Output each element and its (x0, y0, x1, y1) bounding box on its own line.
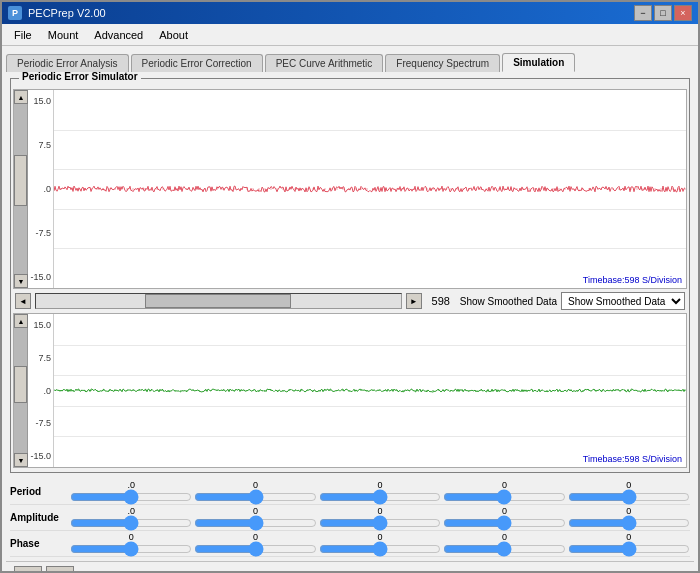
period-input-3[interactable] (443, 491, 565, 503)
y-label-bot-1: 7.5 (30, 353, 51, 363)
y-label-bot-2: .0 (30, 386, 51, 396)
maximize-button[interactable]: □ (654, 5, 672, 21)
vscroll-up-bottom[interactable]: ▲ (14, 314, 28, 328)
tab-fs[interactable]: Frequency Spectrum (385, 54, 500, 72)
y-label-bot-3: -7.5 (30, 418, 51, 428)
tab-pea[interactable]: Periodic Error Analysis (6, 54, 129, 72)
phase-input-1[interactable] (194, 543, 316, 555)
phase-input-3[interactable] (443, 543, 565, 555)
chart-top-vscroll[interactable]: ▲ ▼ (14, 90, 28, 288)
scroll-right-btn[interactable]: ► (406, 293, 422, 309)
phase-sliders: 0 0 0 0 0 (70, 532, 690, 555)
simulator-label: Periodic Error Simulator (19, 72, 141, 82)
amplitude-input-2[interactable] (319, 517, 441, 529)
phase-slider-3: 0 (443, 532, 565, 555)
scroll-value: 598 (426, 295, 456, 307)
scrollbar-thumb (145, 294, 291, 308)
phase-slider-0: 0 (70, 532, 192, 555)
amplitude-input-1[interactable] (194, 517, 316, 529)
y-label-top-0: 15.0 (30, 96, 51, 106)
phase-input-2[interactable] (319, 543, 441, 555)
chart-bottom-vscroll[interactable]: ▲ ▼ (14, 314, 28, 467)
save-button[interactable] (46, 566, 74, 571)
top-chart-canvas (54, 90, 686, 288)
y-axis-top: 15.0 7.5 .0 -7.5 -15.0 (28, 90, 54, 288)
phase-label: Phase (10, 538, 70, 549)
app-window: P PECPrep V2.00 − □ × File Mount Advance… (0, 0, 700, 573)
period-input-0[interactable] (70, 491, 192, 503)
amplitude-slider-1: 0 (194, 506, 316, 529)
scrollbar-track[interactable] (35, 293, 402, 309)
period-row: Period .0 0 0 0 (10, 479, 690, 505)
menu-bar: File Mount Advanced About (2, 24, 698, 46)
tab-pca[interactable]: PEC Curve Arithmetic (265, 54, 384, 72)
amplitude-slider-3: 0 (443, 506, 565, 529)
tab-simulation[interactable]: Simulation (502, 53, 575, 72)
title-bar: P PECPrep V2.00 − □ × (2, 2, 698, 24)
phase-row: Phase 0 0 0 0 (10, 531, 690, 557)
title-controls: − □ × (634, 5, 692, 21)
vscroll-up-top[interactable]: ▲ (14, 90, 28, 104)
chart-top: ▲ ▼ 15.0 7.5 .0 -7.5 -15.0 (13, 89, 687, 289)
timebase-top: Timebase:598 S/Division (583, 275, 682, 285)
amplitude-sliders: .0 0 0 0 0 (70, 506, 690, 529)
amplitude-input-4[interactable] (568, 517, 690, 529)
app-icon: P (8, 6, 22, 20)
vscroll-down-top[interactable]: ▼ (14, 274, 28, 288)
y-axis-bottom: 15.0 7.5 .0 -7.5 -15.0 (28, 314, 54, 467)
vscroll-track-bottom (14, 328, 27, 453)
minimize-button[interactable]: − (634, 5, 652, 21)
amplitude-slider-4: 0 (568, 506, 690, 529)
simulator-section: Periodic Error Simulator ▲ ▼ 15.0 7.5 .0… (10, 78, 690, 473)
controls-section: Period .0 0 0 0 (6, 477, 694, 559)
scrollbar-row: ◄ ► 598 Show Smoothed Data Show Smoothed… (11, 289, 689, 313)
period-slider-3: 0 (443, 480, 565, 503)
title-bar-left: P PECPrep V2.00 (8, 6, 106, 20)
phase-input-4[interactable] (568, 543, 690, 555)
action-bar (6, 561, 694, 571)
vscroll-thumb-bottom (14, 366, 27, 404)
show-smoothed-label: Show Smoothed Data (460, 296, 557, 307)
period-input-2[interactable] (319, 491, 441, 503)
y-label-bot-4: -15.0 (30, 451, 51, 461)
smoothed-dropdown[interactable]: Show Smoothed Data (561, 292, 685, 310)
period-slider-2: 0 (319, 480, 441, 503)
close-button[interactable]: × (674, 5, 692, 21)
menu-mount[interactable]: Mount (40, 27, 87, 43)
chart-bottom-plot: Timebase:598 S/Division (54, 314, 686, 467)
phase-slider-2: 0 (319, 532, 441, 555)
y-label-top-2: .0 (30, 184, 51, 194)
y-label-bot-0: 15.0 (30, 320, 51, 330)
period-slider-4: 0 (568, 480, 690, 503)
chart-top-plot: Timebase:598 S/Division (54, 90, 686, 288)
y-label-top-4: -15.0 (30, 272, 51, 282)
tab-pec[interactable]: Periodic Error Correction (131, 54, 263, 72)
period-slider-1: 0 (194, 480, 316, 503)
menu-file[interactable]: File (6, 27, 40, 43)
amplitude-input-0[interactable] (70, 517, 192, 529)
y-label-top-3: -7.5 (30, 228, 51, 238)
window-title: PECPrep V2.00 (28, 7, 106, 19)
vscroll-down-bottom[interactable]: ▼ (14, 453, 28, 467)
period-sliders: .0 0 0 0 0 (70, 480, 690, 503)
amplitude-slider-0: .0 (70, 506, 192, 529)
phase-input-0[interactable] (70, 543, 192, 555)
amplitude-input-3[interactable] (443, 517, 565, 529)
refresh-button[interactable] (14, 566, 42, 571)
amplitude-row: Amplitude .0 0 0 0 (10, 505, 690, 531)
vscroll-track-top (14, 104, 27, 274)
y-label-top-1: 7.5 (30, 140, 51, 150)
amplitude-slider-2: 0 (319, 506, 441, 529)
amplitude-label: Amplitude (10, 512, 70, 523)
phase-slider-1: 0 (194, 532, 316, 555)
chart-bottom: ▲ ▼ 15.0 7.5 .0 -7.5 -15.0 (13, 313, 687, 468)
period-label: Period (10, 486, 70, 497)
menu-about[interactable]: About (151, 27, 196, 43)
phase-slider-4: 0 (568, 532, 690, 555)
vscroll-thumb-top (14, 155, 27, 206)
period-input-1[interactable] (194, 491, 316, 503)
menu-advanced[interactable]: Advanced (86, 27, 151, 43)
scroll-left-btn[interactable]: ◄ (15, 293, 31, 309)
period-input-4[interactable] (568, 491, 690, 503)
timebase-bottom: Timebase:598 S/Division (583, 454, 682, 464)
